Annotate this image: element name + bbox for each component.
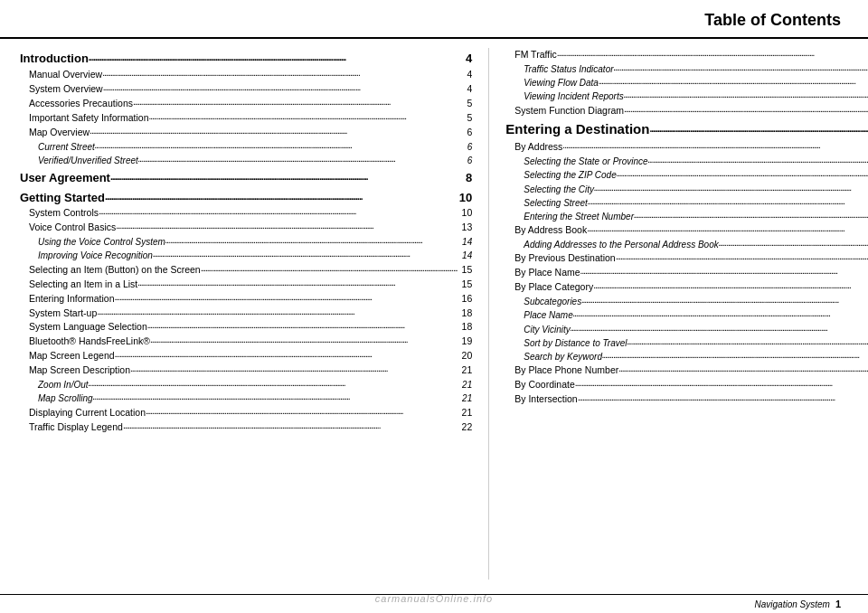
toc-entry-title: Zoom In/Out <box>38 378 89 391</box>
toc-dots <box>588 194 868 208</box>
toc-page-number: 4 <box>458 82 472 97</box>
toc-dots <box>115 290 458 305</box>
toc-entry-title: Map Overview <box>29 126 90 140</box>
toc-entry-title: By Address Book <box>514 223 587 238</box>
toc-page-number: 14 <box>458 235 472 249</box>
toc-page-number: 6 <box>458 126 472 140</box>
toc-page-number: 21 <box>458 391 472 405</box>
toc-dots <box>90 124 458 138</box>
toc-entry-title: System Function Diagram <box>514 104 624 118</box>
toc-entry-title: By Coordinate <box>514 378 575 392</box>
toc-page-number: 22 <box>458 420 472 435</box>
toc-page-number: 10 <box>458 189 472 207</box>
toc-page-number: 21 <box>458 363 472 378</box>
toc-page-number: 10 <box>458 206 472 221</box>
toc-entry-title: Introduction <box>20 50 89 68</box>
toc-dots <box>102 66 458 80</box>
toc-page-number: 21 <box>458 378 472 391</box>
toc-page-number: 15 <box>458 278 472 292</box>
toc-dots <box>618 362 868 376</box>
toc-dots <box>138 152 458 165</box>
toc-dots <box>89 376 458 390</box>
toc-entry-title: Search by Keyword <box>524 350 602 363</box>
toc-page-number: 16 <box>458 292 472 306</box>
toc-dots <box>105 187 458 205</box>
toc-dots <box>115 347 458 362</box>
toc-dots <box>614 61 868 74</box>
footer-page: 1 <box>835 599 841 609</box>
toc-dots <box>148 109 458 124</box>
toc-dots <box>99 204 458 219</box>
toc-page-number: 14 <box>458 249 472 262</box>
toc-dots <box>602 348 868 362</box>
toc-dots <box>649 118 868 138</box>
toc-entry-title: Accessories Precautions <box>29 97 133 111</box>
toc-page-number: 5 <box>458 97 472 111</box>
toc-dots <box>719 236 868 250</box>
toc-entry-title: Traffic Display Legend <box>29 420 123 435</box>
toc-entry-title: By Place Name <box>514 266 580 280</box>
toc-dots <box>575 376 868 391</box>
toc-entry-title: System Start-up <box>29 306 97 321</box>
toc-dots <box>580 264 868 278</box>
toc-dots <box>153 247 458 260</box>
toc-entry-title: Place Name <box>524 308 572 322</box>
toc-dots <box>130 362 458 376</box>
toc-page-number: 6 <box>458 154 472 167</box>
toc-entry-title: Getting Started <box>20 189 105 207</box>
toc-page-number: 8 <box>458 169 472 187</box>
toc-page-number: 20 <box>458 349 472 363</box>
toc-entry: Verified/Unverified Street6 <box>38 154 472 167</box>
toc-page-number: 13 <box>458 221 472 235</box>
toc-entry-title: FM Traffic <box>514 48 556 62</box>
toc-dots <box>624 88 868 101</box>
toc-dots <box>137 276 458 290</box>
toc-entry: Traffic Display Legend22 <box>29 420 472 435</box>
toc-entry-title: System Controls <box>29 206 99 221</box>
toc-entry-title: Voice Control Basics <box>29 221 116 235</box>
toc-page-number: 4 <box>458 68 472 82</box>
toc-dots <box>593 278 868 293</box>
toc-dots <box>557 46 868 61</box>
toc-dots <box>627 335 868 348</box>
footer-label: Navigation System <box>755 599 830 609</box>
toc-entry-title: Map Scrolling <box>38 391 93 405</box>
toc-entry: By Intersection44 <box>514 392 868 407</box>
toc-entry-title: By Address <box>514 140 562 155</box>
toc-dots <box>95 138 458 152</box>
toc-entry-title: Selecting the City <box>524 183 594 196</box>
toc-dots <box>103 80 458 95</box>
toc-entry-title: City Vicinity <box>524 323 571 336</box>
toc-dots <box>110 167 458 185</box>
footer: Navigation System 1 <box>0 594 868 613</box>
page-title: Table of Contents <box>0 0 868 39</box>
toc-dots <box>123 419 458 433</box>
toc-page-number: 18 <box>458 320 472 335</box>
toc-entry-title: System Language Selection <box>29 320 147 335</box>
toc-dots <box>146 404 458 419</box>
toc-dots <box>201 261 458 276</box>
toc-entry: System Function Diagram27 <box>514 104 868 118</box>
toc-entry-title: Manual Overview <box>29 68 102 82</box>
toc-dots <box>616 250 868 264</box>
toc-dots <box>573 306 868 320</box>
toc-dots <box>150 333 458 347</box>
toc-dots <box>116 219 458 233</box>
toc-page-number: 5 <box>458 111 472 126</box>
toc-entry-title: Current Street <box>38 140 95 154</box>
toc-entry-title: Viewing Incident Reports <box>524 90 623 103</box>
toc-dots <box>571 321 868 335</box>
toc-entry-title: Using the Voice Control System <box>38 235 165 249</box>
toc-dots <box>581 293 868 306</box>
toc-dots <box>89 48 458 66</box>
toc-entry-title: Map Screen Legend <box>29 349 115 363</box>
toc-entry-title: User Agreement <box>20 169 110 187</box>
toc-dots <box>624 102 868 117</box>
column-2: FM Traffic23Traffic Status Indicator23Vi… <box>489 48 868 580</box>
toc-dots <box>147 318 458 333</box>
toc-page-number: 6 <box>458 140 472 154</box>
toc-entry: User Agreement8 <box>20 169 472 187</box>
toc-dots <box>97 305 458 319</box>
toc-page-number: 21 <box>458 406 472 420</box>
toc-dots <box>648 153 868 166</box>
